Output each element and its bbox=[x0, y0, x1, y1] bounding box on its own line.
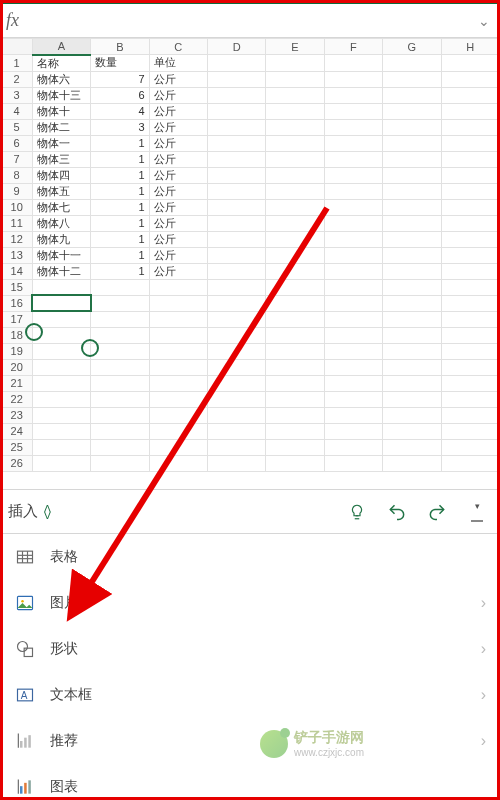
spreadsheet-grid[interactable]: ABCDEFGH 1名称数量单位2物体六7公斤3物体十三6公斤4物体十4公斤5物… bbox=[0, 38, 500, 490]
row-header[interactable]: 6 bbox=[1, 135, 32, 151]
cell[interactable] bbox=[149, 375, 207, 391]
col-header-C[interactable]: C bbox=[149, 39, 207, 55]
cell[interactable] bbox=[441, 439, 499, 455]
cell[interactable] bbox=[207, 199, 265, 215]
cell[interactable] bbox=[91, 391, 149, 407]
cell[interactable] bbox=[324, 279, 382, 295]
cell[interactable] bbox=[91, 423, 149, 439]
cell[interactable] bbox=[266, 135, 324, 151]
cell[interactable] bbox=[383, 375, 441, 391]
cell[interactable] bbox=[324, 183, 382, 199]
cell[interactable] bbox=[324, 167, 382, 183]
cell[interactable]: 7 bbox=[91, 71, 149, 87]
cell[interactable]: 物体三 bbox=[32, 151, 90, 167]
cell[interactable] bbox=[207, 183, 265, 199]
cell[interactable] bbox=[207, 343, 265, 359]
row-header[interactable]: 20 bbox=[1, 359, 32, 375]
cell[interactable] bbox=[91, 279, 149, 295]
cell[interactable] bbox=[383, 295, 441, 311]
cell[interactable] bbox=[32, 375, 90, 391]
cell[interactable] bbox=[441, 183, 499, 199]
col-header-H[interactable]: H bbox=[441, 39, 499, 55]
cell[interactable] bbox=[91, 359, 149, 375]
cell[interactable] bbox=[324, 151, 382, 167]
cell[interactable] bbox=[207, 151, 265, 167]
cell[interactable]: 3 bbox=[91, 119, 149, 135]
cell[interactable]: 公斤 bbox=[149, 71, 207, 87]
cell[interactable] bbox=[266, 407, 324, 423]
cell[interactable] bbox=[441, 391, 499, 407]
row-header[interactable]: 15 bbox=[1, 279, 32, 295]
cell[interactable] bbox=[207, 327, 265, 343]
cell[interactable] bbox=[324, 439, 382, 455]
cell[interactable] bbox=[207, 119, 265, 135]
cell[interactable] bbox=[32, 407, 90, 423]
cell[interactable] bbox=[149, 327, 207, 343]
cell[interactable] bbox=[32, 359, 90, 375]
cell[interactable] bbox=[324, 199, 382, 215]
row-header[interactable]: 26 bbox=[1, 455, 32, 471]
cell[interactable] bbox=[383, 119, 441, 135]
cell[interactable] bbox=[91, 407, 149, 423]
cell[interactable]: 物体五 bbox=[32, 183, 90, 199]
cell[interactable] bbox=[441, 423, 499, 439]
row-header[interactable]: 19 bbox=[1, 343, 32, 359]
cell[interactable] bbox=[441, 327, 499, 343]
cell[interactable] bbox=[441, 151, 499, 167]
row-header[interactable]: 1 bbox=[1, 55, 32, 72]
cell[interactable] bbox=[32, 455, 90, 471]
fx-icon[interactable]: fx bbox=[6, 10, 19, 31]
cell[interactable] bbox=[383, 279, 441, 295]
cell[interactable] bbox=[207, 215, 265, 231]
cell[interactable]: 名称 bbox=[32, 55, 90, 72]
cell[interactable] bbox=[441, 407, 499, 423]
cell[interactable] bbox=[383, 199, 441, 215]
cell[interactable]: 公斤 bbox=[149, 263, 207, 279]
cell[interactable] bbox=[91, 327, 149, 343]
cell[interactable] bbox=[441, 71, 499, 87]
cell[interactable] bbox=[383, 327, 441, 343]
cell[interactable]: 物体九 bbox=[32, 231, 90, 247]
cell[interactable] bbox=[324, 327, 382, 343]
cell[interactable]: 公斤 bbox=[149, 103, 207, 119]
cell[interactable] bbox=[32, 311, 90, 327]
cell[interactable] bbox=[383, 167, 441, 183]
cell[interactable]: 公斤 bbox=[149, 119, 207, 135]
cell[interactable] bbox=[441, 359, 499, 375]
row-header[interactable]: 4 bbox=[1, 103, 32, 119]
col-header-E[interactable]: E bbox=[266, 39, 324, 55]
cell[interactable] bbox=[91, 343, 149, 359]
cell[interactable] bbox=[441, 295, 499, 311]
cell[interactable]: 物体七 bbox=[32, 199, 90, 215]
row-header[interactable]: 10 bbox=[1, 199, 32, 215]
cell[interactable] bbox=[266, 295, 324, 311]
cell[interactable] bbox=[324, 87, 382, 103]
cell[interactable] bbox=[266, 55, 324, 72]
cell[interactable] bbox=[441, 87, 499, 103]
cell[interactable] bbox=[91, 311, 149, 327]
cell[interactable]: 1 bbox=[91, 231, 149, 247]
cell[interactable]: 公斤 bbox=[149, 183, 207, 199]
cell[interactable] bbox=[91, 295, 149, 311]
cell[interactable] bbox=[383, 55, 441, 72]
cell[interactable]: 单位 bbox=[149, 55, 207, 72]
cell[interactable] bbox=[383, 71, 441, 87]
cell[interactable] bbox=[32, 295, 90, 311]
cell[interactable] bbox=[324, 311, 382, 327]
ribbon-tab-picker[interactable]: 插入 ᐱᐯ bbox=[8, 502, 51, 521]
row-header[interactable]: 25 bbox=[1, 439, 32, 455]
cell[interactable]: 物体一 bbox=[32, 135, 90, 151]
cell[interactable]: 公斤 bbox=[149, 199, 207, 215]
col-header-A[interactable]: A bbox=[32, 39, 90, 55]
cell[interactable] bbox=[266, 71, 324, 87]
cell[interactable] bbox=[441, 103, 499, 119]
col-header-F[interactable]: F bbox=[324, 39, 382, 55]
cell[interactable] bbox=[32, 279, 90, 295]
cell[interactable] bbox=[266, 311, 324, 327]
cell[interactable] bbox=[149, 439, 207, 455]
insert-item-picture[interactable]: 图片 › bbox=[0, 580, 500, 626]
cell[interactable] bbox=[266, 199, 324, 215]
cell[interactable]: 公斤 bbox=[149, 135, 207, 151]
cell[interactable] bbox=[441, 55, 499, 72]
cell[interactable] bbox=[91, 455, 149, 471]
